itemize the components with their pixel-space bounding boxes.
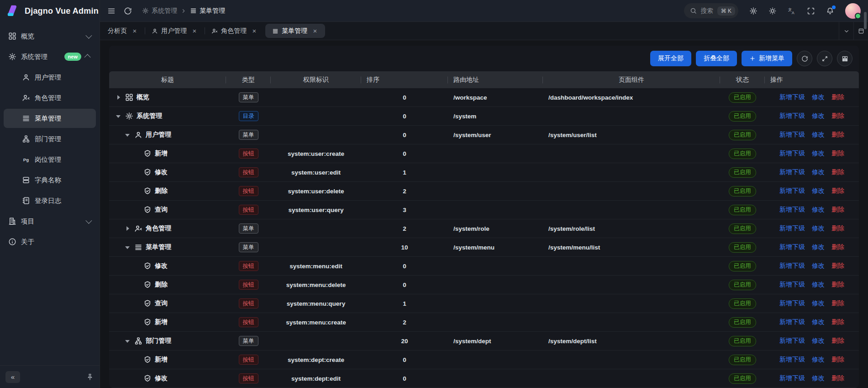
action-add-child[interactable]: 新增下级 — [779, 131, 805, 139]
action-add-child[interactable]: 新增下级 — [779, 337, 805, 345]
sidebar-item[interactable]: 字典名称 — [4, 170, 96, 190]
tab[interactable]: 分析页 — [101, 22, 145, 40]
sidebar-item[interactable]: Pg 岗位管理 — [4, 150, 96, 169]
breadcrumb-item[interactable]: 系统管理 — [142, 7, 177, 15]
avatar[interactable] — [845, 3, 861, 19]
action-edit[interactable]: 修改 — [812, 281, 825, 289]
tree-toggle-icon[interactable] — [133, 300, 140, 307]
tree-toggle-icon[interactable] — [133, 206, 140, 213]
action-add-child[interactable]: 新增下级 — [779, 318, 805, 326]
action-delete[interactable]: 删除 — [831, 337, 844, 345]
expand-all-button[interactable]: 展开全部 — [650, 51, 691, 66]
action-edit[interactable]: 修改 — [812, 149, 825, 158]
sidebar-item[interactable]: 角色管理 — [4, 88, 96, 107]
action-edit[interactable]: 修改 — [812, 168, 825, 176]
action-edit[interactable]: 修改 — [812, 93, 825, 101]
action-edit[interactable]: 修改 — [812, 187, 825, 195]
action-add-child[interactable]: 新增下级 — [779, 356, 805, 364]
sidebar-collapse-button[interactable] — [5, 371, 20, 383]
action-add-child[interactable]: 新增下级 — [779, 187, 805, 195]
tab-close-icon[interactable] — [191, 28, 198, 34]
action-edit[interactable]: 修改 — [812, 299, 825, 308]
refresh-icon[interactable] — [124, 7, 132, 15]
breadcrumb-item[interactable]: 菜单管理 — [190, 7, 225, 15]
tree-toggle-icon[interactable] — [115, 112, 122, 120]
tab[interactable]: 角色管理 — [205, 22, 264, 40]
tab[interactable]: 用户管理 — [145, 22, 205, 40]
action-add-child[interactable]: 新增下级 — [779, 112, 805, 120]
action-edit[interactable]: 修改 — [812, 112, 825, 120]
search-input[interactable]: 搜索 ⌘ K — [684, 3, 738, 18]
action-add-child[interactable]: 新增下级 — [779, 281, 805, 289]
tree-toggle-icon[interactable] — [133, 319, 140, 326]
action-delete[interactable]: 删除 — [831, 187, 844, 195]
action-edit[interactable]: 修改 — [812, 337, 825, 345]
table-columns-icon[interactable] — [837, 51, 852, 66]
tree-toggle-icon[interactable] — [133, 262, 140, 270]
sidebar-item[interactable]: 系统管理 new — [4, 47, 96, 66]
action-add-child[interactable]: 新增下级 — [779, 149, 805, 158]
action-delete[interactable]: 删除 — [831, 299, 844, 308]
table-refresh-icon[interactable] — [797, 51, 812, 66]
tabs-dropdown-chevron-icon[interactable] — [839, 22, 853, 40]
action-add-child[interactable]: 新增下级 — [779, 206, 805, 214]
action-edit[interactable]: 修改 — [812, 318, 825, 326]
action-add-child[interactable]: 新增下级 — [779, 243, 805, 251]
action-delete[interactable]: 删除 — [831, 168, 844, 176]
action-add-child[interactable]: 新增下级 — [779, 168, 805, 176]
action-delete[interactable]: 删除 — [831, 93, 844, 101]
sidebar-item[interactable]: 菜单管理 — [4, 109, 96, 128]
collapse-all-button[interactable]: 折叠全部 — [696, 51, 737, 66]
action-delete[interactable]: 删除 — [831, 374, 844, 383]
action-delete[interactable]: 删除 — [831, 224, 844, 233]
action-edit[interactable]: 修改 — [812, 131, 825, 139]
tab[interactable]: 菜单管理 — [265, 24, 325, 38]
tab-close-icon[interactable] — [312, 28, 318, 34]
action-delete[interactable]: 删除 — [831, 149, 844, 158]
action-edit[interactable]: 修改 — [812, 206, 825, 214]
sidebar-item[interactable]: 项目 — [4, 212, 96, 231]
scrollbar-thumb[interactable] — [864, 12, 867, 29]
action-edit[interactable]: 修改 — [812, 374, 825, 383]
sidebar-item[interactable]: 关于 — [4, 232, 96, 251]
tree-toggle-icon[interactable] — [124, 131, 131, 138]
settings-gear-icon[interactable] — [749, 7, 758, 15]
tree-toggle-icon[interactable] — [133, 187, 140, 195]
action-delete[interactable]: 删除 — [831, 318, 844, 326]
action-delete[interactable]: 删除 — [831, 243, 844, 251]
action-add-child[interactable]: 新增下级 — [779, 262, 805, 270]
action-add-child[interactable]: 新增下级 — [779, 224, 805, 233]
action-delete[interactable]: 删除 — [831, 356, 844, 364]
action-edit[interactable]: 修改 — [812, 224, 825, 233]
pin-icon[interactable] — [86, 373, 94, 381]
sidebar-item[interactable]: 登录日志 — [4, 191, 96, 210]
action-add-child[interactable]: 新增下级 — [779, 374, 805, 383]
tree-toggle-icon[interactable] — [133, 356, 140, 363]
tab-close-icon[interactable] — [251, 28, 258, 34]
theme-sun-icon[interactable] — [768, 7, 777, 15]
tab-close-icon[interactable] — [132, 28, 138, 34]
fullscreen-icon[interactable] — [807, 7, 815, 15]
action-add-child[interactable]: 新增下级 — [779, 299, 805, 308]
sidebar-item[interactable]: 用户管理 — [4, 68, 96, 87]
tree-toggle-icon[interactable] — [115, 94, 122, 101]
action-edit[interactable]: 修改 — [812, 262, 825, 270]
add-menu-button[interactable]: 新增菜单 — [742, 51, 792, 66]
action-add-child[interactable]: 新增下级 — [779, 93, 805, 101]
action-delete[interactable]: 删除 — [831, 262, 844, 270]
sidebar-item[interactable]: 概览 — [4, 27, 96, 46]
table-expand-icon[interactable] — [817, 51, 832, 66]
action-delete[interactable]: 删除 — [831, 206, 844, 214]
action-delete[interactable]: 删除 — [831, 281, 844, 289]
tree-toggle-icon[interactable] — [124, 225, 131, 232]
tree-toggle-icon[interactable] — [133, 281, 140, 288]
action-edit[interactable]: 修改 — [812, 356, 825, 364]
action-delete[interactable]: 删除 — [831, 131, 844, 139]
action-delete[interactable]: 删除 — [831, 112, 844, 120]
tree-toggle-icon[interactable] — [124, 337, 131, 345]
tree-toggle-icon[interactable] — [133, 169, 140, 176]
sidebar-item[interactable]: 部门管理 — [4, 129, 96, 149]
hamburger-icon[interactable] — [107, 7, 116, 15]
tree-toggle-icon[interactable] — [133, 150, 140, 157]
tree-toggle-icon[interactable] — [124, 244, 131, 251]
